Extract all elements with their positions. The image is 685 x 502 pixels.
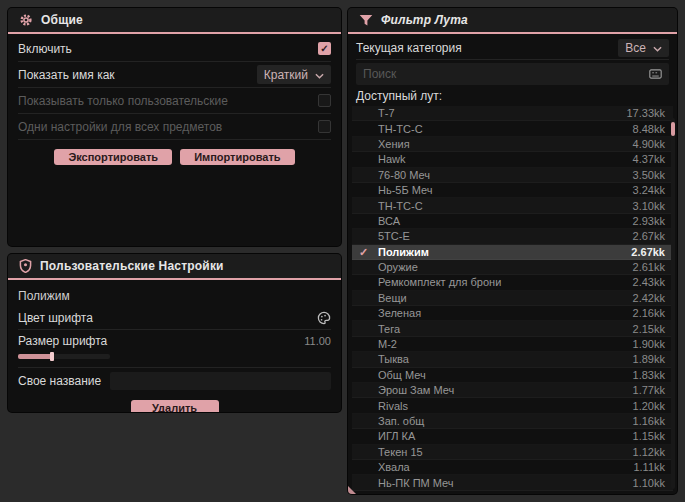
resize-grip-icon[interactable] (348, 486, 356, 494)
chevron-down-icon (653, 41, 662, 55)
loot-item[interactable]: Хвала1.11kk (352, 460, 673, 475)
loot-item[interactable]: Эрош Зам Меч1.77kk (352, 383, 673, 398)
loot-item-name: Rivals (378, 400, 408, 412)
loot-item[interactable]: ✓Полижим2.67kk (352, 245, 673, 260)
loot-item-value: 4.90kk (633, 138, 665, 150)
slider-thumb[interactable] (50, 352, 54, 361)
loot-item-name: М-2 (378, 338, 397, 350)
delete-button[interactable]: Удалить (131, 400, 219, 412)
loot-list: Т-717.33kkТН-ТС-С8.48kkХения4.90kkHawk4.… (352, 106, 673, 491)
loot-item[interactable]: ВСА2.93kk (352, 214, 673, 229)
row-font-size: Размер шрифта 11.00 (18, 330, 331, 368)
loot-item-value: 1.11kk (633, 461, 665, 473)
only-custom-checkbox[interactable] (318, 94, 331, 107)
row-custom-name: Свое название (18, 368, 331, 394)
loot-item-value: 1.90kk (633, 338, 665, 350)
show-name-label: Показать имя как (18, 68, 115, 82)
search-input[interactable] (363, 67, 649, 81)
loot-item-value: 1.89kk (633, 353, 665, 365)
show-name-dropdown[interactable]: Краткий (257, 65, 331, 84)
loot-item-value: 3.24kk (633, 184, 665, 196)
panel-custom-settings: Пользовательские Настройки Полижим Цвет … (8, 254, 341, 412)
loot-item[interactable]: Вещи2.42kk (352, 291, 673, 306)
available-loot-label: Доступный лут: (356, 89, 669, 103)
loot-item[interactable]: Зеленая2.16kk (352, 306, 673, 321)
show-name-value: Краткий (264, 68, 308, 82)
loot-item[interactable]: М-21.90kk (352, 337, 673, 352)
font-size-slider[interactable] (18, 352, 110, 361)
check-icon: ✓ (359, 245, 368, 260)
panel-title: Пользовательские Настройки (40, 259, 224, 273)
loot-item-name: ВСА (378, 215, 400, 227)
row-same-settings: Одни настройки для всех предметов (18, 114, 331, 140)
panel-general-header[interactable]: Общие (8, 8, 341, 32)
loot-item[interactable]: Тега2.15kk (352, 321, 673, 336)
loot-item-name: Нь-ПК ПМ Меч (378, 477, 454, 489)
same-settings-label: Одни настройки для всех предметов (18, 120, 222, 134)
loot-item[interactable]: Нь-ПК ПМ Меч1.10kk (352, 475, 673, 490)
loot-item[interactable]: ИГЛ КА1.15kk (352, 429, 673, 444)
loot-item-value: 1.10kk (633, 477, 665, 489)
loot-item-value: 2.67kk (631, 246, 665, 258)
loot-item-name: Тега (378, 323, 400, 335)
loot-item-value: 4.37kk (633, 153, 665, 165)
loot-item-name: 76-80 Меч (378, 169, 430, 181)
loot-item-name: ТН-ТС-С (378, 123, 423, 135)
import-button[interactable]: Импортировать (180, 149, 294, 165)
loot-item[interactable]: ТН-ТС-С8.48kk (352, 121, 673, 136)
loot-item[interactable]: Хения4.90kk (352, 137, 673, 152)
row-font-color: Цвет шрифта (18, 306, 331, 330)
scrollbar-thumb[interactable] (671, 122, 675, 136)
only-custom-label: Показывать только пользовательские (18, 94, 228, 108)
loot-item[interactable]: Тыква1.89kk (352, 352, 673, 367)
loot-item-value: 1.20kk (633, 400, 665, 412)
loot-item[interactable]: Оружие2.61kk (352, 260, 673, 275)
loot-item-value: 2.42kk (633, 292, 665, 304)
category-value: Все (625, 41, 646, 55)
panel-title: Общие (41, 13, 83, 27)
panel-loot-header[interactable]: Фильтр Лута (348, 8, 677, 32)
loot-item-name: Эрош Зам Меч (378, 384, 454, 396)
custom-name-label: Свое название (18, 374, 101, 388)
loot-item[interactable]: 5ТС-Е2.67kk (352, 229, 673, 244)
loot-item-name: Хения (378, 138, 410, 150)
loot-item-name: Т-7 (378, 107, 395, 119)
loot-item[interactable]: Текен 151.12kk (352, 445, 673, 460)
left-column: Общие Включить ✓ Показать имя как Кратки… (8, 8, 341, 412)
enable-checkbox[interactable]: ✓ (318, 42, 331, 55)
loot-item-value: 8.48kk (633, 123, 665, 135)
row-category: Текущая категория Все (356, 36, 669, 60)
loot-item-value: 1.16kk (633, 415, 665, 427)
loot-item[interactable]: Зап. общ1.16kk (352, 414, 673, 429)
loot-item-name: Hawk (378, 153, 406, 165)
loot-item-name: Оружие (378, 261, 418, 273)
loot-item[interactable]: Т-717.33kk (352, 106, 673, 121)
funnel-icon (359, 14, 373, 27)
loot-item-name: Нь-5Б Меч (378, 184, 433, 196)
panel-custom-header[interactable]: Пользовательские Настройки (8, 254, 341, 278)
loot-item[interactable]: 76-80 Меч3.50kk (352, 168, 673, 183)
loot-item[interactable]: Hawk4.37kk (352, 152, 673, 167)
loot-item-name: Ремкомплект для брони (378, 276, 501, 288)
loot-item[interactable]: Нь-5Б Меч3.24kk (352, 183, 673, 198)
slider-fill (18, 354, 52, 359)
same-settings-checkbox[interactable] (318, 120, 331, 133)
panel-loot-filter: Фильтр Лута Текущая категория Все (348, 8, 677, 494)
loot-item[interactable]: Общ Меч1.83kk (352, 368, 673, 383)
loot-item-name: Вещи (378, 292, 407, 304)
category-dropdown[interactable]: Все (618, 39, 669, 57)
loot-item[interactable]: Rivals1.20kk (352, 398, 673, 413)
scrollbar[interactable] (671, 118, 675, 489)
loot-item-value: 1.12kk (633, 446, 665, 458)
loot-item-value: 1.15kk (633, 430, 665, 442)
export-button[interactable]: Экспортировать (54, 149, 172, 165)
keyboard-icon[interactable] (649, 65, 662, 83)
custom-name-input[interactable] (110, 372, 331, 390)
font-size-value: 11.00 (304, 335, 331, 347)
palette-icon[interactable] (317, 311, 331, 325)
panel-general: Общие Включить ✓ Показать имя как Кратки… (8, 8, 341, 246)
loot-item[interactable]: Ремкомплект для брони2.43kk (352, 275, 673, 290)
loot-item-name: ИГЛ КА (378, 430, 415, 442)
loot-item-name: ТН-ТС-С (378, 200, 423, 212)
loot-item[interactable]: ТН-ТС-С3.10kk (352, 198, 673, 213)
